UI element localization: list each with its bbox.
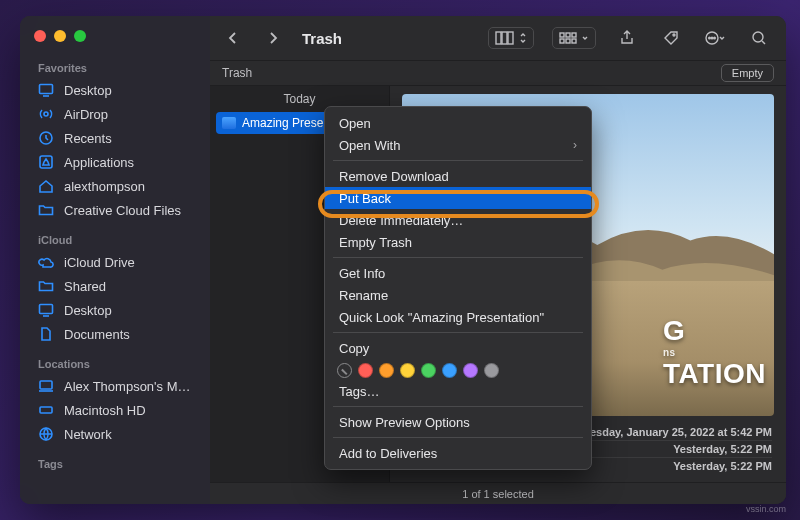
- empty-trash-button[interactable]: Empty: [721, 64, 774, 82]
- share-button[interactable]: [614, 27, 640, 49]
- tag-orange[interactable]: [379, 363, 394, 378]
- sidebar-item-label: Macintosh HD: [64, 403, 146, 418]
- disk-icon: [38, 402, 54, 418]
- network-icon: [38, 426, 54, 442]
- ctx-quick-look[interactable]: Quick Look "Amazing Presentation": [325, 306, 591, 328]
- svg-rect-9: [40, 407, 52, 413]
- ctx-separator: [333, 406, 583, 407]
- tag-red[interactable]: [358, 363, 373, 378]
- ctx-open[interactable]: Open: [325, 112, 591, 134]
- desktop-icon: [38, 302, 54, 318]
- context-menu[interactable]: Open Open With› Remove Download Put Back…: [324, 106, 592, 470]
- chevron-right-icon: ›: [573, 138, 577, 152]
- cloud-icon: [38, 254, 54, 270]
- ctx-empty-trash[interactable]: Empty Trash: [325, 231, 591, 253]
- toolbar: Trash: [210, 16, 786, 60]
- window-controls: [20, 26, 210, 56]
- sidebar-item-applications[interactable]: Applications: [20, 150, 210, 174]
- sidebar-item-label: Alex Thompson's MacB…: [64, 379, 196, 394]
- forward-button[interactable]: [260, 27, 286, 49]
- sidebar-item-home[interactable]: alexthompson: [20, 174, 210, 198]
- sidebar-item-macintoshhd[interactable]: Macintosh HD: [20, 398, 210, 422]
- tag-purple[interactable]: [463, 363, 478, 378]
- back-button[interactable]: [220, 27, 246, 49]
- svg-rect-17: [560, 39, 564, 43]
- svg-rect-0: [40, 85, 53, 94]
- svg-point-24: [714, 37, 716, 39]
- file-icon: [222, 117, 236, 129]
- toolbar-cluster: [488, 27, 772, 49]
- minimize-button[interactable]: [54, 30, 66, 42]
- svg-rect-15: [566, 33, 570, 37]
- status-text: 1 of 1 selected: [462, 488, 534, 500]
- ctx-get-info[interactable]: Get Info: [325, 262, 591, 284]
- sidebar-item-airdrop[interactable]: AirDrop: [20, 102, 210, 126]
- sidebar-item-documents[interactable]: Documents: [20, 322, 210, 346]
- ctx-add-to-deliveries[interactable]: Add to Deliveries: [325, 442, 591, 464]
- preview-overlay-text: GnsTATION: [663, 315, 766, 390]
- laptop-icon: [38, 378, 54, 394]
- sidebar-item-label: AirDrop: [64, 107, 108, 122]
- ctx-rename[interactable]: Rename: [325, 284, 591, 306]
- sidebar-item-label: Recents: [64, 131, 112, 146]
- group-by-button[interactable]: [552, 27, 596, 49]
- svg-rect-5: [40, 305, 53, 314]
- svg-point-22: [709, 37, 711, 39]
- svg-line-26: [762, 41, 765, 44]
- sidebar-heading: iCloud: [20, 230, 210, 250]
- tag-green[interactable]: [421, 363, 436, 378]
- sidebar-item-label: alexthompson: [64, 179, 145, 194]
- folder-icon: [38, 202, 54, 218]
- ctx-delete-immediately[interactable]: Delete Immediately…: [325, 209, 591, 231]
- tag-none-icon[interactable]: [337, 363, 352, 378]
- sidebar-item-label: Desktop: [64, 83, 112, 98]
- documents-icon: [38, 326, 54, 342]
- sidebar-item-thismac[interactable]: Alex Thompson's MacB…: [20, 374, 210, 398]
- applications-icon: [38, 154, 54, 170]
- shared-icon: [38, 278, 54, 294]
- ctx-tags[interactable]: Tags…: [325, 380, 591, 402]
- ctx-open-with[interactable]: Open With›: [325, 134, 591, 156]
- tag-gray[interactable]: [484, 363, 499, 378]
- tag-blue[interactable]: [442, 363, 457, 378]
- sidebar-item-ccfiles[interactable]: Creative Cloud Files: [20, 198, 210, 222]
- ctx-copy[interactable]: Copy: [325, 337, 591, 359]
- svg-rect-18: [566, 39, 570, 43]
- ctx-separator: [333, 437, 583, 438]
- sidebar-item-desktop[interactable]: Desktop: [20, 78, 210, 102]
- sidebar-item-shared[interactable]: Shared: [20, 274, 210, 298]
- svg-rect-16: [572, 33, 576, 37]
- status-bar: 1 of 1 selected: [210, 482, 786, 504]
- sidebar-item-desktop-icloud[interactable]: Desktop: [20, 298, 210, 322]
- svg-rect-14: [560, 33, 564, 37]
- zoom-button[interactable]: [74, 30, 86, 42]
- sidebar-item-network[interactable]: Network: [20, 422, 210, 446]
- svg-rect-13: [508, 32, 513, 44]
- svg-point-20: [673, 34, 675, 36]
- path-bar: Trash Empty: [210, 60, 786, 86]
- svg-rect-19: [572, 39, 576, 43]
- ctx-remove-download[interactable]: Remove Download: [325, 165, 591, 187]
- sidebar-item-recents[interactable]: Recents: [20, 126, 210, 150]
- view-mode-button[interactable]: [488, 27, 534, 49]
- sidebar: Favorites Desktop AirDrop Recents Applic…: [20, 16, 210, 504]
- svg-point-25: [753, 32, 763, 42]
- airdrop-icon: [38, 106, 54, 122]
- recents-icon: [38, 130, 54, 146]
- desktop-icon: [38, 82, 54, 98]
- sidebar-section-tags: Tags: [20, 452, 210, 480]
- ctx-show-preview-options[interactable]: Show Preview Options: [325, 411, 591, 433]
- search-button[interactable]: [746, 27, 772, 49]
- sidebar-item-label: Documents: [64, 327, 130, 342]
- sidebar-heading: Favorites: [20, 58, 210, 78]
- path-crumb[interactable]: Trash: [222, 66, 252, 80]
- sidebar-item-iclouddrive[interactable]: iCloud Drive: [20, 250, 210, 274]
- ctx-put-back[interactable]: Put Back: [325, 187, 591, 209]
- sidebar-section-icloud: iCloud iCloud Drive Shared Desktop Docum…: [20, 228, 210, 352]
- home-icon: [38, 178, 54, 194]
- close-button[interactable]: [34, 30, 46, 42]
- tag-yellow[interactable]: [400, 363, 415, 378]
- svg-rect-12: [502, 32, 507, 44]
- tags-button[interactable]: [658, 27, 684, 49]
- more-button[interactable]: [702, 27, 728, 49]
